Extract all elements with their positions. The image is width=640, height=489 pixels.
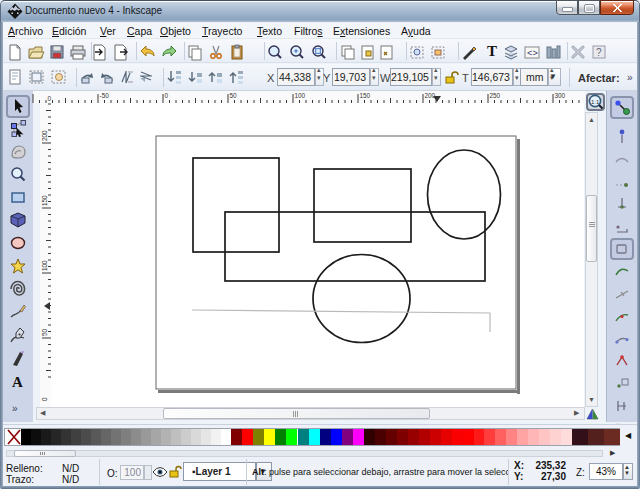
svg-text:<>: <> xyxy=(527,49,538,59)
svg-text:0: 0 xyxy=(165,92,169,99)
svg-text:-50: -50 xyxy=(100,92,110,99)
svg-text:200: 200 xyxy=(41,130,48,141)
svg-text:200: 200 xyxy=(425,92,436,99)
svg-text:100: 100 xyxy=(295,92,306,99)
svg-text:A: A xyxy=(12,374,23,390)
svg-text:100: 100 xyxy=(41,260,48,271)
svg-text:300: 300 xyxy=(555,92,566,99)
svg-text:250: 250 xyxy=(490,92,501,99)
svg-text:50: 50 xyxy=(230,92,238,99)
svg-text:1:1: 1:1 xyxy=(591,99,600,105)
svg-text:?: ? xyxy=(596,47,602,58)
svg-text:0: 0 xyxy=(48,95,52,102)
svg-text:50: 50 xyxy=(41,328,48,336)
svg-text:150: 150 xyxy=(360,92,371,99)
svg-text:150: 150 xyxy=(41,195,48,206)
svg-text:0: 0 xyxy=(41,397,48,401)
